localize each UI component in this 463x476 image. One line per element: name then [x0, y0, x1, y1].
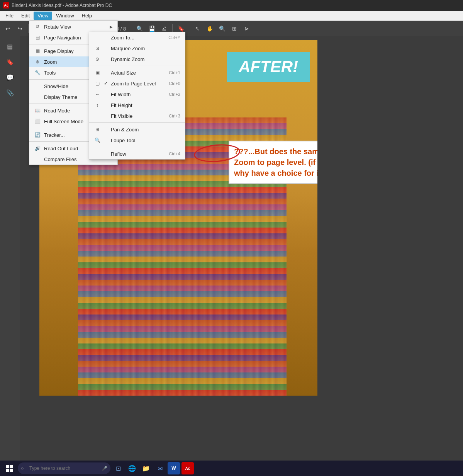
zoom-submenu-actual-size[interactable]: ▣ Actual Size Ctrl+1 [89, 67, 185, 78]
page-level-shortcut: Ctrl+0 [169, 81, 180, 86]
reflow-shortcut: Ctrl+4 [169, 151, 180, 156]
actual-size-icon: ▣ [94, 69, 101, 76]
annotation-text-box: ???...But does the same thing as Zoom to… [229, 141, 317, 184]
menu-bar: File Edit View Window Help ↺ Rotate View… [0, 11, 463, 21]
zoom-sep-1 [89, 66, 185, 66]
page-level-icon: ▢ [94, 80, 101, 87]
svg-rect-2 [10, 465, 13, 468]
full-screen-icon: ⬜ [34, 118, 41, 125]
loupe-tool-label: Loupe Tool [111, 138, 180, 143]
zoom-submenu-fit-height[interactable]: ↕ Fit Height [89, 100, 185, 110]
title-bar: Ac Binder1 Alexis Ideas.pdf - Adobe Acro… [0, 0, 463, 11]
zoom-to-shortcut: Ctrl+Y [168, 35, 180, 40]
menu-help[interactable]: Help [78, 12, 96, 20]
fit-visible-label: Fit Visible [111, 113, 165, 119]
start-button[interactable] [2, 461, 16, 475]
svg-rect-4 [10, 469, 13, 472]
select-button[interactable]: ↖ [192, 23, 203, 34]
toolbar-separator-1 [28, 24, 29, 33]
fit-height-label: Fit Height [111, 102, 180, 108]
fit-width-shortcut: Ctrl+2 [169, 92, 180, 97]
file-explorer-icon[interactable]: 📁 [140, 462, 152, 474]
menu-edit[interactable]: Edit [17, 12, 34, 20]
zoom-submenu-fit-width[interactable]: ↔ Fit Width Ctrl+2 [89, 89, 185, 100]
toolbar-separator-6 [189, 24, 189, 33]
sidebar-annotations-icon[interactable]: 💬 [3, 70, 17, 84]
loupe-tool-icon: 🔍 [94, 137, 101, 144]
rotate-view-arrow: ▶ [110, 25, 113, 29]
edge-icon[interactable]: 🌐 [126, 462, 138, 474]
zoom-to-label: Zoom To... [111, 35, 165, 41]
sidebar-bookmarks-icon[interactable]: 🔖 [3, 55, 17, 69]
undo-button[interactable]: ↩ [2, 23, 13, 34]
menu-file[interactable]: File [2, 12, 17, 20]
taskbar-search-input[interactable] [18, 462, 110, 474]
page-level-label: Zoom to Page Level [111, 81, 165, 87]
menu-window[interactable]: Window [52, 12, 78, 20]
after-banner: AFTER! [227, 52, 310, 82]
tools-icon: 🔧 [34, 69, 41, 76]
taskbar-search-wrapper: ○ 🎤 [18, 462, 110, 474]
svg-rect-3 [6, 469, 9, 472]
fit-width-label: Fit Width [111, 92, 165, 97]
read-out-loud-icon: 🔊 [34, 145, 41, 152]
left-sidebar: ▤ 🔖 💬 📎 ◀ [0, 36, 20, 461]
zoom-icon: ⊕ [34, 58, 41, 65]
rotate-view-icon: ↺ [34, 23, 41, 30]
zoom-in-button[interactable]: 🔍 [217, 23, 227, 34]
word-icon[interactable]: W [168, 462, 180, 474]
zoom-submenu: Zoom To... Ctrl+Y ⊡ Marquee Zoom ⊙ Dynam… [89, 32, 185, 160]
zoom-submenu-page-level[interactable]: ▢ ✓ Zoom to Page Level Ctrl+0 [89, 78, 185, 89]
actual-size-shortcut: Ctrl+1 [169, 70, 180, 75]
zoom-submenu-pan-zoom[interactable]: ⊞ Pan & Zoom [89, 124, 185, 135]
zoom-submenu-loupe[interactable]: 🔍 Loupe Tool [89, 135, 185, 146]
taskbar-search-icon: ○ [21, 466, 24, 471]
reflow-icon [94, 150, 101, 157]
page-nav-icon: ▤ [34, 34, 41, 41]
sidebar-pages-icon[interactable]: ▤ [3, 39, 17, 53]
zoom-submenu-dynamic[interactable]: ⊙ Dynamic Zoom [89, 54, 185, 65]
marquee-zoom-icon: ⊡ [94, 45, 101, 52]
acrobat-icon[interactable]: Ac [181, 462, 194, 474]
tracker-icon: 🔄 [34, 131, 41, 138]
zoom-submenu-reflow[interactable]: Reflow Ctrl+4 [89, 148, 185, 159]
hand-tool-button[interactable]: ✋ [204, 23, 215, 34]
zoom-to-icon [94, 34, 101, 41]
reflow-label: Reflow [111, 151, 165, 157]
show-hide-icon [34, 83, 41, 90]
zoom-sep-2 [89, 122, 185, 123]
expand-button[interactable]: ⊳ [241, 23, 252, 34]
pan-zoom-icon: ⊞ [94, 126, 101, 133]
display-theme-icon [34, 94, 41, 100]
app-icon: Ac [3, 2, 9, 8]
fit-height-icon: ↕ [94, 102, 101, 109]
taskbar: ○ 🎤 ⊡ 🌐 📁 ✉ W Ac [0, 461, 463, 476]
marquee-zoom-label: Marquee Zoom [111, 46, 180, 51]
microphone-icon[interactable]: 🎤 [102, 466, 107, 471]
mail-icon[interactable]: ✉ [154, 462, 166, 474]
svg-rect-1 [6, 465, 9, 468]
menu-item-rotate-view[interactable]: ↺ Rotate View ▶ [29, 21, 117, 32]
zoom-submenu-zoom-to[interactable]: Zoom To... Ctrl+Y [89, 32, 185, 43]
window-title: Binder1 Alexis Ideas.pdf - Adobe Acrobat… [12, 3, 112, 8]
menu-view[interactable]: View [34, 12, 52, 20]
redo-button[interactable]: ↪ [15, 23, 25, 34]
windows-logo-icon [5, 464, 13, 472]
compare-files-icon [34, 156, 41, 163]
more-tools-button[interactable]: ⊞ [229, 23, 240, 34]
fit-visible-icon [94, 112, 101, 119]
fit-visible-shortcut: Ctrl+3 [169, 114, 180, 118]
zoom-submenu-fit-visible[interactable]: Fit Visible Ctrl+3 [89, 110, 185, 121]
dynamic-zoom-label: Dynamic Zoom [111, 56, 180, 62]
task-view-button[interactable]: ⊡ [112, 462, 124, 474]
rotate-view-label: Rotate View [44, 24, 107, 30]
read-mode-icon: 📖 [34, 107, 41, 114]
actual-size-label: Actual Size [111, 70, 165, 76]
dynamic-zoom-icon: ⊙ [94, 56, 101, 63]
pan-zoom-label: Pan & Zoom [111, 127, 180, 133]
zoom-sep-3 [89, 147, 185, 147]
page-display-icon: ▦ [34, 48, 41, 54]
zoom-submenu-marquee[interactable]: ⊡ Marquee Zoom [89, 43, 185, 54]
sidebar-attachments-icon[interactable]: 📎 [3, 86, 17, 100]
fit-width-icon: ↔ [94, 91, 101, 98]
